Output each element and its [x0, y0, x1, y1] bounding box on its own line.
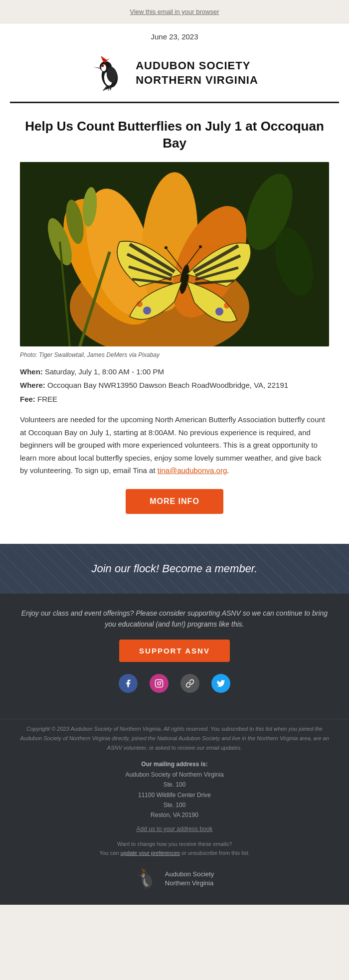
update-preferences-link[interactable]: update your preferences — [121, 850, 180, 856]
member-banner: Join our flock! Become a member. — [0, 544, 349, 594]
member-banner-text: Join our flock! Become a member. — [92, 562, 258, 575]
svg-point-43 — [199, 245, 202, 248]
footer-section: Copyright © 2023 Audubon Society of Nort… — [0, 719, 349, 905]
butterfly-image — [20, 162, 329, 346]
logo-section: AUDUBON SOCIETY NORTHERN VIRGINIA — [0, 46, 349, 118]
footer-address: Our mailing address is: Audubon Society … — [20, 759, 329, 820]
view-in-browser-link[interactable]: View this email in your browser — [130, 8, 219, 15]
twitter-icon[interactable] — [211, 674, 230, 693]
svg-marker-50 — [141, 868, 147, 872]
svg-point-46 — [161, 681, 162, 682]
support-section: Enjoy our class and event offerings? Ple… — [0, 594, 349, 719]
svg-marker-56 — [143, 887, 148, 890]
support-button[interactable]: SUPPORT ASNV — [119, 640, 230, 662]
facebook-icon[interactable] — [119, 674, 138, 693]
event-details: When: Saturday, July 1, 8:00 AM - 1:00 P… — [20, 365, 329, 406]
svg-marker-54 — [137, 875, 141, 876]
email-date: June 23, 2023 — [151, 32, 198, 41]
svg-point-53 — [142, 874, 143, 875]
logo-container: AUDUBON SOCIETY NORTHERN VIRGINIA — [91, 56, 258, 91]
svg-point-41 — [165, 246, 168, 249]
email-link[interactable]: tina@audubonva.org — [158, 466, 227, 475]
top-bar: View this email in your browser — [0, 0, 349, 23]
website-link-icon[interactable] — [180, 674, 199, 693]
svg-point-36 — [143, 307, 151, 315]
date-row: June 23, 2023 — [0, 23, 349, 46]
svg-point-6 — [102, 65, 103, 66]
footer-logo: Audubon Society Northern Virginia — [20, 868, 329, 890]
when-label: When: — [20, 367, 43, 376]
social-icons — [20, 674, 329, 693]
main-content: Help Us Count Butterflies on July 1 at O… — [0, 118, 349, 544]
footer-logo-icon — [135, 868, 160, 890]
svg-point-45 — [158, 682, 161, 685]
org-name: AUDUBON SOCIETY NORTHERN VIRGINIA — [136, 59, 258, 87]
event-description: Volunteers are needed for the upcoming N… — [20, 413, 329, 477]
svg-rect-44 — [156, 680, 163, 687]
woodpecker-logo-icon — [91, 56, 131, 91]
footer-change-preferences: Want to change how you receive these ema… — [20, 839, 329, 858]
svg-point-38 — [215, 308, 223, 316]
where-label: Where: — [20, 381, 45, 389]
fee-label: Fee: — [20, 395, 35, 403]
instagram-icon[interactable] — [150, 674, 169, 693]
svg-line-12 — [104, 89, 105, 90]
fee-value: FREE — [37, 395, 57, 403]
more-info-button[interactable]: MORE INFO — [126, 489, 223, 514]
more-info-button-container: MORE INFO — [20, 489, 329, 514]
where-value: Occoquan Bay NWR13950 Dawson Beach RoadW… — [47, 381, 288, 389]
footer-copyright: Copyright © 2023 Audubon Society of Nort… — [20, 724, 329, 752]
svg-marker-7 — [93, 67, 100, 69]
address-book-link[interactable]: Add us to your address book — [20, 825, 329, 832]
footer-logo-text: Audubon Society Northern Virginia — [165, 870, 214, 888]
svg-marker-3 — [101, 56, 110, 63]
support-text: Enjoy our class and event offerings? Ple… — [20, 608, 329, 630]
when-value: Saturday, July 1, 8:00 AM - 1:00 PM — [45, 367, 164, 376]
article-title: Help Us Count Butterflies on July 1 at O… — [20, 118, 329, 152]
photo-caption: Photo: Tiger Swallowtail, James DeMers v… — [20, 351, 329, 358]
